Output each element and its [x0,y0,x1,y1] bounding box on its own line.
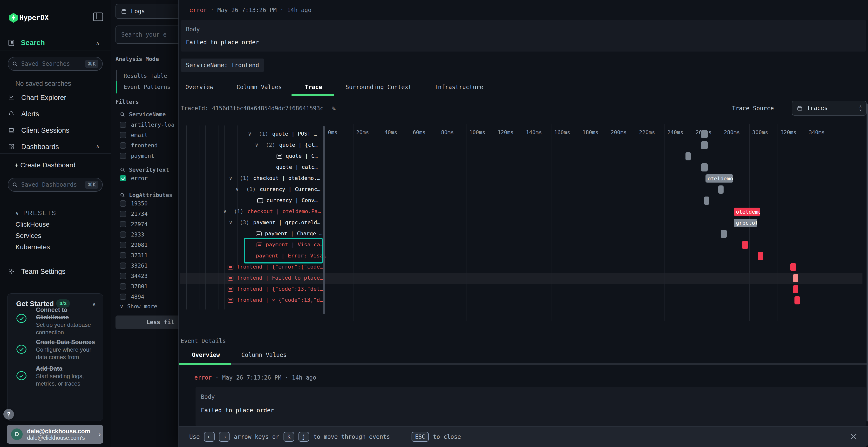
sidebar-item-client-sessions[interactable]: Client Sessions [0,123,111,137]
span-bar[interactable]: oteldemo [706,174,733,182]
saved-searches-input[interactable]: Saved Searches ⌘K [8,57,103,71]
expand-chevron-icon[interactable]: ∨ [248,131,251,137]
span-bar[interactable] [742,241,748,249]
source-select[interactable]: Logs [116,4,179,19]
checkbox[interactable] [120,232,126,238]
filter-option[interactable]: 2333 [120,229,179,240]
span-row-label[interactable]: frontend | Failed to place… [237,275,323,281]
checkbox[interactable] [120,283,126,289]
checkbox[interactable] [120,242,126,248]
expand-chevron-icon[interactable]: ∨ [229,175,232,181]
expand-chevron-icon[interactable]: ∨ [236,186,239,192]
tree-scrollbar[interactable] [323,126,325,314]
tab-infrastructure[interactable]: Infrastructure [434,84,483,91]
filter-option[interactable]: frontend [120,140,179,150]
span-row-label[interactable]: payment | grpc.oteld… [253,219,320,226]
checkbox[interactable] [120,211,126,217]
ed-tab-overview[interactable]: Overview [192,352,220,358]
mode-results-table[interactable]: Results Table [124,73,167,79]
expand-chevron-icon[interactable]: ∨ [229,219,232,226]
close-icon[interactable] [849,433,858,441]
tab-overview[interactable]: Overview [185,84,213,91]
get-started-item[interactable]: Create Data Sources Configure where your… [36,338,98,361]
span-row-label[interactable]: payment | Charge … [265,231,322,237]
checkbox[interactable] [120,252,126,259]
service-name-tag[interactable]: ServiceName: frontend [181,59,264,72]
filter-option[interactable]: email [120,130,179,140]
create-dashboard-button[interactable]: + Create Dashboard [14,161,75,169]
span-bar[interactable] [701,163,707,171]
span-bar[interactable] [718,185,723,194]
span-bar[interactable] [701,130,707,138]
sidebar-item-clickhouse[interactable]: ClickHouse [16,220,50,228]
span-bar[interactable] [758,252,763,260]
mode-event-patterns[interactable]: Event Patterns [124,84,170,90]
filter-option[interactable]: 37801 [120,281,179,291]
ed-tab-column-values[interactable]: Column Values [241,352,287,358]
help-button[interactable]: ? [3,409,14,419]
span-bar[interactable] [795,296,800,304]
span-bar[interactable] [701,141,707,149]
span-bar[interactable] [721,230,727,238]
checkbox[interactable] [120,200,126,207]
filter-option[interactable]: 34423 [120,271,179,281]
span-bar[interactable] [685,152,691,161]
sidebar-item-team-settings[interactable]: Team Settings [0,265,111,278]
span-bar[interactable] [790,263,796,271]
presets-toggle[interactable]: ∨ PRESETS [16,209,56,216]
saved-dashboards-input[interactable]: Saved Dashboards ⌘K [8,178,103,192]
search-collapse-icon[interactable]: ∧ [96,40,99,46]
filter-option[interactable]: 4894 [120,291,179,302]
filter-option[interactable]: 33261 [120,260,179,271]
filter-option[interactable]: 29081 [120,240,179,250]
span-row-label[interactable]: frontend | × {"code":13,"d… [237,297,323,303]
checkbox[interactable] [120,294,126,300]
span-bar[interactable] [704,197,709,205]
checkbox-checked[interactable] [120,175,126,181]
span-bar[interactable]: grpc.otel [734,219,757,227]
expand-chevron-icon[interactable]: ∨ [255,142,258,148]
sidebar-item-chart-explorer[interactable]: Chart Explorer [0,91,111,105]
filter-option[interactable]: error [120,173,179,183]
filter-option[interactable]: payment [120,150,179,161]
span-row-label[interactable]: checkout | oteldemo.… [253,175,320,181]
get-started-item[interactable]: Add Data Start sending logs, metrics, or… [36,365,98,387]
checkbox[interactable] [120,273,126,279]
span-bar[interactable] [793,285,798,294]
less-filters-button[interactable]: Less fil [116,315,179,329]
trace-waterfall[interactable]: 0ms20ms40ms60ms80ms100ms120ms140ms160ms1… [179,124,868,321]
sidebar-item-search[interactable]: Search [21,38,45,47]
show-more-button[interactable]: ∨ Show more [120,303,157,310]
filter-option[interactable]: 32311 [120,250,179,260]
sidebar-item-dashboards[interactable]: Dashboards [0,140,111,153]
span-row-label[interactable]: currency | Conv… [267,197,317,203]
span-row-label[interactable]: quote | calc… [276,164,317,170]
expand-chevron-icon[interactable]: ∨ [223,208,226,214]
filter-option[interactable]: 21734 [120,209,179,219]
tab-trace[interactable]: Trace [305,84,322,91]
checkbox[interactable] [120,132,126,138]
drawer-scrollbar[interactable] [867,104,868,421]
event-search-input[interactable]: Search your e [116,26,179,44]
filter-option[interactable]: 19350 [120,198,179,209]
span-bar[interactable]: oteldemo [734,208,760,216]
span-row-label[interactable]: currency | Currenc… [260,186,320,192]
sidebar-item-services[interactable]: Services [16,232,41,240]
checkbox[interactable] [120,153,126,159]
span-row-label[interactable]: frontend | {"error":{"code… [237,264,323,270]
span-row-label[interactable]: quote | POST … [272,131,317,137]
user-card[interactable]: D dale@clickhouse.com dale@clickhouse.co… [7,425,103,444]
collapse-sidebar-icon[interactable] [93,12,103,21]
filter-option[interactable]: 22974 [120,219,179,229]
span-row-label[interactable]: quote | {cl… [279,142,317,148]
checkbox[interactable] [120,142,126,148]
get-started-item[interactable]: Connect to ClickHouse Set up your databa… [36,306,98,336]
checkbox[interactable] [120,122,126,128]
span-bar[interactable] [793,274,798,282]
dashboards-collapse-icon[interactable]: ∧ [96,143,99,150]
tab-surrounding-context[interactable]: Surrounding Context [345,84,412,91]
span-row-label[interactable]: checkout | oteldemo.Pa… [247,208,321,214]
checkbox[interactable] [120,221,126,227]
span-row-label[interactable]: quote | C… [286,153,317,159]
span-row-label[interactable]: frontend | {"code":13,"det… [237,286,323,292]
